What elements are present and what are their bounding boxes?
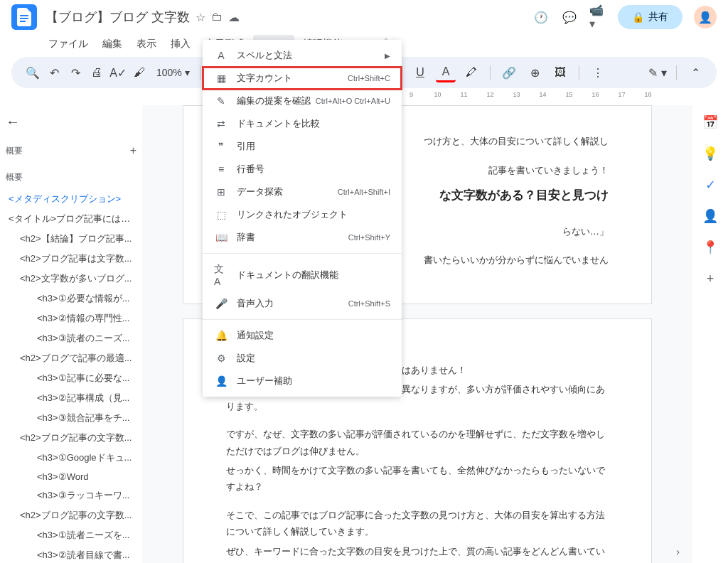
dropdown-item[interactable]: ⬚リンクされたオブジェクト <box>203 203 402 226</box>
svg-rect-0 <box>20 15 28 16</box>
menu-file[interactable]: ファイル <box>43 35 94 53</box>
ruler-mark: 16 <box>582 91 609 98</box>
star-icon[interactable]: ☆ <box>196 11 205 24</box>
title-area: 【ブログ】ブログ 文字数 ☆ 🗀 ☁ <box>46 9 532 26</box>
ruler-mark: 10 <box>424 91 451 98</box>
dropdown-item-label: データ探索 <box>237 186 338 198</box>
comment-icon[interactable]: 💬 <box>561 9 578 26</box>
dropdown-item[interactable]: ≡行番号 <box>203 158 402 181</box>
outline-item[interactable]: <h3>③ラッコキーワ... <box>6 486 136 505</box>
link-icon[interactable]: 🔗 <box>499 63 519 82</box>
outline-item[interactable]: <h2>文字数が多いブログ... <box>6 269 136 289</box>
collapse-icon[interactable]: ⌃ <box>685 63 705 82</box>
menu-edit[interactable]: 編集 <box>97 35 128 53</box>
dropdown-item-label: ユーザー補助 <box>237 375 390 387</box>
tasks-icon[interactable]: ✓ <box>702 176 719 193</box>
outline-item[interactable]: <h2>ブログ記事は文字数... <box>6 249 136 269</box>
print-icon[interactable]: 🖨 <box>87 63 107 82</box>
cloud-icon[interactable]: ☁ <box>228 11 240 24</box>
more-icon[interactable]: ⋮ <box>588 63 608 82</box>
dropdown-item[interactable]: 🔔通知設定 <box>203 324 402 347</box>
outline-item[interactable]: <h3>①読者ニーズを... <box>6 525 136 545</box>
add-outline-icon[interactable]: + <box>130 144 136 157</box>
menu-insert[interactable]: 挿入 <box>165 35 196 53</box>
dropdown-item-label: 設定 <box>237 352 390 365</box>
dropdown-item-label: ドキュメントを比較 <box>237 117 390 130</box>
dropdown-item-label: 文字カウント <box>237 72 348 85</box>
keep-icon[interactable]: 💡 <box>702 145 719 162</box>
document-title[interactable]: 【ブログ】ブログ 文字数 <box>46 9 190 26</box>
dropdown-item-icon: ▦ <box>214 73 228 84</box>
share-button[interactable]: 🔒 共有 <box>618 5 682 29</box>
ruler-mark: 14 <box>530 91 556 98</box>
outline-item[interactable]: <h3>①必要な情報が... <box>6 289 136 309</box>
spellcheck-icon[interactable]: A✓ <box>108 63 128 82</box>
dropdown-item[interactable]: 📖辞書Ctrl+Shift+Y <box>203 226 402 249</box>
outline-item[interactable]: <h2>ブログ記事の文字数... <box>6 428 136 448</box>
dropdown-item-icon: ⬚ <box>214 209 228 220</box>
dropdown-item[interactable]: ▦文字カウントCtrl+Shift+C <box>203 67 402 90</box>
outline-item[interactable]: <h2>ブログ記事の文字数... <box>6 505 136 525</box>
outline-item[interactable]: <h3>③競合記事をチ... <box>6 408 136 428</box>
dropdown-item[interactable]: ⊞データ探索Ctrl+Alt+Shift+I <box>203 181 402 203</box>
add-addon-icon[interactable]: + <box>702 270 719 287</box>
outline-item[interactable]: <h3>②Word <box>6 468 136 486</box>
dropdown-item[interactable]: ✎編集の提案を確認Ctrl+Alt+O Ctrl+Alt+U <box>203 90 402 112</box>
chevron-right-icon: ▶ <box>385 52 390 60</box>
dropdown-item[interactable]: 🎤音声入力Ctrl+Shift+S <box>203 292 402 315</box>
search-icon[interactable]: 🔍 <box>23 63 43 82</box>
ruler-mark: 9 <box>398 91 424 98</box>
redo-icon[interactable]: ↷ <box>65 63 85 82</box>
divider <box>490 65 491 80</box>
add-comment-icon[interactable]: ⊕ <box>525 63 545 82</box>
outline-item[interactable]: <h3>②記事構成（見... <box>6 388 136 408</box>
outline-item[interactable]: <h3>③読者のニーズ... <box>6 328 136 348</box>
highlight-icon[interactable]: 🖍 <box>461 63 481 82</box>
contacts-icon[interactable]: 👤 <box>702 208 719 225</box>
divider <box>676 65 677 80</box>
outline-item[interactable]: <h2>ブログで記事の最適... <box>6 348 136 368</box>
dropdown-item[interactable]: ❞引用 <box>203 135 402 158</box>
outline-item[interactable]: <メタディスクリプション> <box>6 189 136 209</box>
move-icon[interactable]: 🗀 <box>211 11 223 23</box>
back-arrow-icon[interactable]: ← <box>6 114 136 130</box>
dropdown-item[interactable]: Aスペルと文法▶ <box>203 44 402 67</box>
video-icon[interactable]: 📹▾ <box>589 9 606 26</box>
outline-item[interactable]: <h2>【結論】ブログ記事... <box>6 229 136 249</box>
outline-item[interactable]: <h3>②情報の専門性... <box>6 309 136 328</box>
paint-format-icon[interactable]: 🖌 <box>129 63 149 82</box>
dropdown-item[interactable]: 👤ユーザー補助 <box>203 370 402 392</box>
underline-icon[interactable]: U <box>410 63 430 82</box>
dropdown-item-label: 音声入力 <box>237 297 348 310</box>
outline-item[interactable]: <h3>①記事に必要な... <box>6 368 136 388</box>
dropdown-item[interactable]: ⇄ドキュメントを比較 <box>203 112 402 135</box>
image-icon[interactable]: 🖼 <box>550 63 570 82</box>
zoom-value: 100% <box>156 67 182 78</box>
menu-view[interactable]: 表示 <box>131 35 162 53</box>
paragraph: せっかく、時間をかけて文字数の多い記事を書いても、全然伸びなかったらもったいない… <box>226 462 609 495</box>
dropdown-item-icon: ❞ <box>214 141 228 152</box>
dropdown-item[interactable]: 文Aドキュメントの翻訳機能 <box>203 258 402 292</box>
docs-logo[interactable] <box>11 4 37 30</box>
avatar[interactable]: 👤 <box>694 6 717 28</box>
outline-item[interactable]: <h3>①Googleドキュ... <box>6 448 136 468</box>
history-icon[interactable]: 🕐 <box>532 9 550 26</box>
dropdown-divider <box>203 253 402 254</box>
outline-item[interactable]: <タイトル>ブログ記事には最... <box>6 209 136 229</box>
dropdown-item-icon: ⇄ <box>214 118 228 129</box>
dropdown-shortcut: Ctrl+Shift+C <box>348 74 390 82</box>
outline-section: 概要 <box>6 171 136 183</box>
edit-mode-icon[interactable]: ✎ ▾ <box>648 63 668 82</box>
ruler-mark: 12 <box>477 91 503 98</box>
outline-item[interactable]: <h3>②読者目線で書... <box>6 545 136 563</box>
undo-icon[interactable]: ↶ <box>44 63 64 82</box>
ruler-mark: 11 <box>451 91 477 98</box>
ruler-mark: 17 <box>609 91 635 98</box>
maps-icon[interactable]: 📍 <box>702 239 719 256</box>
paragraph: ぜひ、キーワードに合った文字数の目安を見つけた上で、質の高い記事をどんどん書いて… <box>226 543 609 563</box>
scroll-right-icon[interactable]: › <box>676 546 680 557</box>
calendar-icon[interactable]: 📅 <box>702 114 719 131</box>
dropdown-item[interactable]: ⚙設定 <box>203 347 402 370</box>
text-color-icon[interactable]: A <box>436 63 456 82</box>
zoom-selector[interactable]: 100% ▾ <box>151 67 196 78</box>
